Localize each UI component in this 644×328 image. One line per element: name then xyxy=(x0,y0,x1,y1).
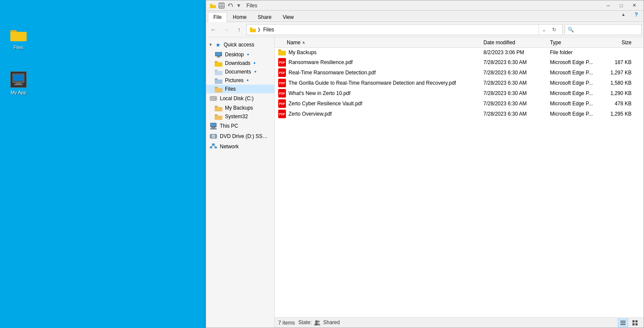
tab-home[interactable]: Home xyxy=(227,12,252,22)
file-type-cell: Microsoft Edge P... xyxy=(550,111,606,117)
pin-icon-pictures: ✦ xyxy=(246,78,249,83)
sidebar-item-system32[interactable]: System32 xyxy=(206,112,274,121)
sidebar-item-downloads[interactable]: Downloads ✦ xyxy=(206,59,274,67)
file-name-cell: PDF Ransomware Resilience.pdf xyxy=(278,58,483,67)
local-disk-icon xyxy=(210,95,217,102)
sidebar-label-network: Network xyxy=(220,144,239,150)
help-button[interactable]: ? xyxy=(631,9,642,20)
svg-rect-5 xyxy=(210,5,216,8)
status-bar: 7 items State: Shared xyxy=(275,317,644,328)
col-header-type[interactable]: Type xyxy=(550,40,606,46)
pin-icon-downloads: ✦ xyxy=(253,61,256,65)
table-row[interactable]: PDF Ransomware Resilience.pdf 7/28/2023 … xyxy=(275,57,644,67)
file-type-cell: Microsoft Edge P... xyxy=(550,70,606,76)
back-button[interactable]: ← xyxy=(208,24,219,35)
tab-file[interactable]: File xyxy=(208,12,227,22)
file-size-cell: 1,295 KB xyxy=(606,111,640,117)
sidebar-item-desktop[interactable]: Desktop ✦ xyxy=(206,50,274,59)
tab-share[interactable]: Share xyxy=(252,12,277,22)
myapp-icon-label: My App xyxy=(11,90,27,95)
table-row[interactable]: My Backups 8/2/2023 3:06 PM File folder xyxy=(275,48,644,57)
svg-point-18 xyxy=(215,98,216,99)
table-row[interactable]: PDF Real-Time Ransomware Detection.pdf 7… xyxy=(275,67,644,78)
address-segment-files[interactable]: Files xyxy=(261,26,276,34)
address-dropdown-button[interactable]: ⌄ xyxy=(538,25,549,35)
table-row[interactable]: PDF The Gorilla Guide to Real-Time Ranso… xyxy=(275,78,644,88)
system32-sidebar-icon xyxy=(215,113,222,120)
svg-rect-24 xyxy=(210,129,217,129)
svg-rect-31 xyxy=(215,147,217,148)
sidebar-label-this-pc: This PC xyxy=(220,123,238,129)
file-size-cell: 478 KB xyxy=(606,101,640,107)
file-name: Real-Time Ransomware Detection.pdf xyxy=(289,70,376,76)
search-input[interactable] xyxy=(576,27,639,33)
svg-rect-21 xyxy=(211,123,216,126)
state-label: State: Shared xyxy=(298,319,340,326)
file-name-cell: PDF Zerto Cyber Resilience Vault.pdf xyxy=(278,99,483,108)
pin-icon-desktop: ✦ xyxy=(246,52,250,57)
file-name-cell: PDF The Gorilla Guide to Real-Time Ranso… xyxy=(278,79,483,87)
sidebar-item-my-backups[interactable]: My Backups xyxy=(206,104,274,112)
col-header-size[interactable]: Size xyxy=(606,40,640,46)
file-name-cell: My Backups xyxy=(278,49,483,55)
file-name-cell: PDF What's New in Zerto 10.pdf xyxy=(278,89,483,98)
myapp-icon-img xyxy=(10,71,27,88)
table-row[interactable]: PDF Zerto Overview.pdf 7/28/2023 6:30 AM… xyxy=(275,109,644,119)
details-view-button[interactable] xyxy=(618,319,628,327)
large-icons-view-button[interactable] xyxy=(630,319,640,327)
svg-rect-3 xyxy=(14,84,23,85)
col-header-date[interactable]: Date modified xyxy=(483,40,550,46)
sidebar-item-local-disk[interactable]: Local Disk (C:) xyxy=(206,93,274,104)
downloads-folder-icon xyxy=(215,60,222,66)
svg-line-33 xyxy=(213,145,216,147)
table-row[interactable]: PDF What's New in Zerto 10.pdf 7/28/2023… xyxy=(275,88,644,98)
file-size-cell: 187 KB xyxy=(606,59,640,65)
ribbon-collapse-button[interactable]: ▲ xyxy=(618,9,629,20)
svg-rect-15 xyxy=(216,57,221,58)
svg-rect-30 xyxy=(210,147,212,148)
sidebar: ▼ ★ Quick access Desktop xyxy=(206,37,275,328)
desktop-icon-files[interactable]: Files xyxy=(3,26,33,50)
file-name: Ransomware Resilience.pdf xyxy=(289,59,352,65)
address-bar[interactable]: ❯ Files ⌄ ↻ xyxy=(246,24,563,35)
desktop-icon-myapp[interactable]: My App xyxy=(3,71,33,95)
window-title: Files xyxy=(246,3,257,9)
sidebar-item-pictures[interactable]: Pictures ✦ xyxy=(206,76,274,85)
forward-button[interactable]: → xyxy=(221,24,232,35)
file-type-cell: Microsoft Edge P... xyxy=(550,101,606,107)
title-folder-icon xyxy=(210,2,216,9)
files-icon-label: Files xyxy=(13,45,23,50)
main-content: ▼ ★ Quick access Desktop xyxy=(206,37,644,328)
documents-folder-icon xyxy=(215,69,222,75)
sort-arrow-name: ∧ xyxy=(302,40,305,45)
sidebar-item-documents[interactable]: Documents ✦ xyxy=(206,67,274,76)
sidebar-label-downloads: Downloads xyxy=(225,60,250,66)
svg-rect-7 xyxy=(220,5,223,7)
large-icons-view-icon xyxy=(632,320,638,326)
sidebar-item-files[interactable]: Files xyxy=(206,85,274,93)
address-refresh-button[interactable]: ↻ xyxy=(549,24,560,35)
up-button[interactable]: ↑ xyxy=(234,24,245,35)
col-header-name[interactable]: Name ∧ xyxy=(278,40,483,46)
tab-view[interactable]: View xyxy=(277,12,299,22)
svg-rect-37 xyxy=(620,322,626,323)
my-backups-sidebar-icon xyxy=(215,105,222,111)
svg-point-28 xyxy=(213,136,214,137)
status-left: 7 items State: Shared xyxy=(278,319,340,326)
ribbon-tabs: File Home Share View ▲ ? xyxy=(206,11,644,22)
sidebar-item-dvd-drive[interactable]: DVD Drive (D:) SSS_Xt xyxy=(206,131,274,141)
file-date-cell: 7/28/2023 6:30 AM xyxy=(483,90,550,96)
sidebar-label-my-backups: My Backups xyxy=(225,105,253,111)
search-box: 🔍 xyxy=(565,24,642,35)
files-folder-icon xyxy=(10,26,27,43)
minimize-button[interactable]: ─ xyxy=(602,1,614,10)
svg-rect-40 xyxy=(635,320,638,322)
sidebar-label-pictures: Pictures xyxy=(225,77,243,83)
title-save-icon xyxy=(218,2,225,9)
sidebar-item-network[interactable]: Network xyxy=(206,141,274,152)
sidebar-item-this-pc[interactable]: This PC xyxy=(206,121,274,131)
table-row[interactable]: PDF Zerto Cyber Resilience Vault.pdf 7/2… xyxy=(275,98,644,109)
pdf-icon: PDF xyxy=(278,89,286,98)
sidebar-label-files: Files xyxy=(225,86,236,92)
sidebar-item-quick-access[interactable]: ▼ ★ Quick access xyxy=(206,39,274,50)
